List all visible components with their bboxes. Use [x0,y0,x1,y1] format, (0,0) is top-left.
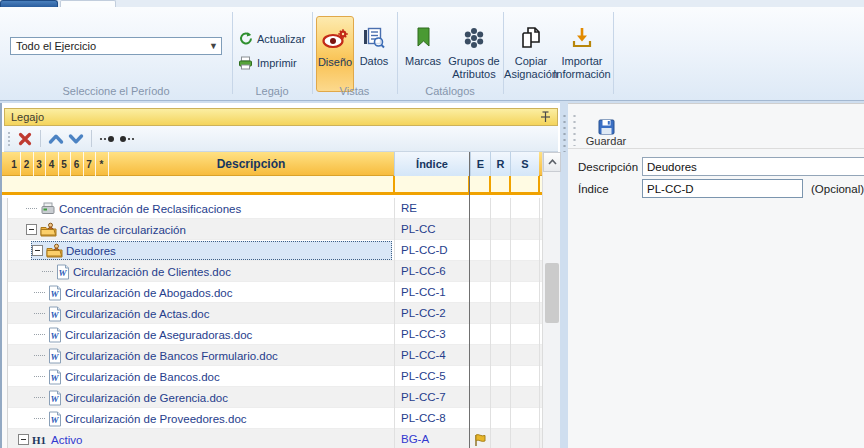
chevron-down-icon[interactable]: ▼ [206,41,221,51]
row-label: Deudores [66,245,116,257]
expand-collapse-icon[interactable] [18,434,29,445]
row-index: PL-CC-2 [394,303,469,324]
description-cell[interactable]: Concentración de Reclasificaciones [8,198,394,219]
attribute-groups-icon [462,21,486,55]
svg-text:W: W [51,414,60,424]
machine-icon [40,202,56,215]
group-separator [397,12,398,94]
scroll-up-button[interactable] [543,152,561,172]
description-cell[interactable]: WCircularización de Bancos Formulario.do… [8,345,394,366]
description-cell[interactable]: Cartas de circularización [8,219,394,240]
doc-icon: W [48,348,62,364]
delete-button[interactable] [15,129,35,149]
table-row[interactable]: H1ActivoBG-A [2,429,542,448]
table-row[interactable]: WCircularización de Actas.docPL-CC-2 [2,303,542,324]
cell-e [470,219,490,240]
level-start-icon[interactable] [117,129,137,149]
description-cell[interactable]: WCircularización de Clientes.doc [8,261,394,282]
save-label: Guardar [586,135,626,147]
panel-splitter[interactable] [561,112,566,152]
group-separator [312,12,313,94]
period-combobox[interactable]: Todo el Ejercicio ▼ [10,37,222,55]
cell-e [470,282,490,303]
number-column-header[interactable]: 3 [33,152,46,176]
svg-text:W: W [51,351,60,361]
table-row[interactable]: DeudoresPL-CC-D [2,240,542,261]
move-down-button[interactable] [66,129,86,149]
description-cell[interactable]: WCircularización de Proveedores.doc [8,408,394,429]
number-column-header[interactable]: 5 [58,152,71,176]
expand-collapse-icon[interactable] [26,224,37,235]
row-index: BG-A [394,429,469,448]
number-column-header[interactable]: 4 [46,152,59,176]
legajo-panel-titlebar[interactable]: Legajo [4,108,558,126]
table-row[interactable]: WCircularización de Clientes.docPL-CC-6 [2,261,542,282]
column-header-s[interactable]: S [510,152,539,176]
descripcion-label: Descripción [578,161,638,173]
grupos-atributos-button[interactable]: Grupos de Atributos [446,16,502,92]
importar-informacion-button[interactable]: Importar Información [550,16,614,92]
column-header-e[interactable]: E [470,152,490,176]
number-column-header[interactable]: 6 [71,152,84,176]
imprimir-button[interactable]: Imprimir [238,56,297,70]
descripcion-input[interactable] [642,157,864,176]
diseno-button[interactable]: Diseño [316,16,354,92]
row-label: Concentración de Reclasificaciones [59,203,241,215]
doc-icon: W [48,285,62,301]
column-header-r[interactable]: R [490,152,510,176]
table-row[interactable]: WCircularización de Gerencia.docPL-CC-7 [2,387,542,408]
file-tab[interactable] [0,0,58,7]
number-column-header[interactable]: * [96,152,109,176]
table-row[interactable]: Concentración de ReclasificacionesRE [2,198,542,219]
group-label-catalogos: Catálogos [397,85,503,97]
application-window: Todo el Ejercicio ▼ Seleccione el Períod… [0,0,864,448]
level-end-icon[interactable] [97,129,117,149]
description-cell[interactable]: Deudores [8,240,394,261]
indice-optional-hint: (Opcional) [811,183,864,195]
description-cell[interactable]: WCircularización de Abogados.doc [8,282,394,303]
detail-panel: Guardar Descripción Índice (Opcional) [568,103,864,448]
h1-heading-icon: H1 [32,434,46,446]
printer-icon [238,56,253,70]
table-row[interactable]: WCircularización de Bancos Formulario.do… [2,345,542,366]
tree-connector-icon [26,208,37,209]
diseno-label: Diseño [318,56,352,69]
cell-e [470,240,490,261]
number-column-header[interactable]: 2 [21,152,34,176]
description-cell[interactable]: WCircularización de Aseguradoras.doc [8,324,394,345]
description-cell[interactable]: WCircularización de Actas.doc [8,303,394,324]
toolbar-grip[interactable] [6,130,11,148]
scrollbar-thumb[interactable] [545,263,559,323]
table-row[interactable]: WCircularización de Aseguradoras.docPL-C… [2,324,542,345]
save-button[interactable]: Guardar [580,106,632,147]
grid-line [394,198,395,448]
marcas-button[interactable]: Marcas [400,16,446,92]
indice-input[interactable] [642,179,803,198]
move-up-button[interactable] [46,129,66,149]
filter-row[interactable] [2,176,542,195]
actualizar-button[interactable]: Actualizar [238,31,305,46]
toolbar-separator [40,130,41,147]
cell-e [470,345,490,366]
number-column-header[interactable]: 1 [8,152,21,176]
expand-collapse-icon[interactable] [32,245,43,256]
vertical-scrollbar[interactable] [542,152,560,448]
number-column-header[interactable]: 7 [83,152,96,176]
column-header-indice[interactable]: Índice [394,152,469,176]
datos-button[interactable]: Datos [354,16,394,92]
table-row[interactable]: WCircularización de Proveedores.docPL-CC… [2,408,542,429]
import-download-icon [570,21,594,55]
column-header-descripcion[interactable]: Descripción [108,152,394,176]
active-ribbon-tab[interactable] [60,0,116,7]
toolbar-grip[interactable] [571,112,576,146]
svg-text:W: W [51,393,60,403]
pin-icon[interactable] [540,111,551,123]
row-index: PL-CC-4 [394,345,469,366]
table-row[interactable]: WCircularización de Bancos.docPL-CC-5 [2,366,542,387]
table-row[interactable]: WCircularización de Abogados.docPL-CC-1 [2,282,542,303]
description-cell[interactable]: H1Activo [8,429,394,448]
description-cell[interactable]: WCircularización de Gerencia.doc [8,387,394,408]
description-cell[interactable]: WCircularización de Bancos.doc [8,366,394,387]
table-row[interactable]: Cartas de circularizaciónPL-CC [2,219,542,240]
cell-e [470,408,490,429]
